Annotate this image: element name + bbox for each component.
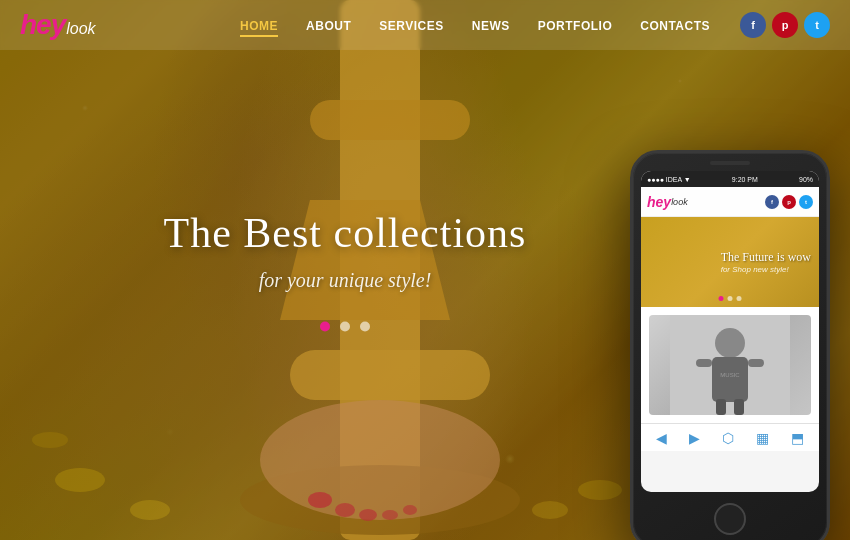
svg-point-0 (55, 468, 105, 492)
pinterest-icon[interactable]: p (772, 12, 798, 38)
phone-hero-text: The Future is wow for Shop new style! (721, 250, 811, 274)
svg-rect-20 (696, 359, 712, 367)
nav-services[interactable]: SERVICES (379, 16, 443, 34)
svg-point-12 (335, 503, 355, 517)
phone-back-icon[interactable]: ◀ (656, 430, 667, 446)
nav-home[interactable]: HOME (240, 16, 278, 34)
phone-person-card: MUSIC (649, 315, 811, 415)
twitter-icon[interactable]: t (804, 12, 830, 38)
phone-hero-section: The Future is wow for Shop new style! (641, 217, 819, 307)
phone-battery: 90% (799, 176, 813, 183)
phone-hero-title: The Future is wow (721, 250, 811, 265)
svg-point-17 (715, 328, 745, 358)
phone-body: ●●●● IDEA ▼ 9:20 PM 90% hey look f p t T… (630, 150, 830, 540)
phone-logo-hey: hey (647, 194, 671, 210)
slider-dots (95, 322, 595, 332)
svg-rect-18 (712, 357, 748, 402)
phone-bottom-bar: ◀ ▶ ⬡ ▦ ⬒ (641, 423, 819, 451)
social-icons: f p t (740, 12, 830, 38)
svg-point-2 (32, 432, 68, 448)
hero-content: The Best collections for your unique sty… (95, 209, 595, 332)
hero-subtitle: for your unique style! (95, 269, 595, 292)
phone-social-icons: f p t (765, 195, 813, 209)
dot-3[interactable] (360, 322, 370, 332)
logo[interactable]: hey look (20, 9, 96, 41)
svg-point-11 (308, 492, 332, 508)
svg-rect-21 (748, 359, 764, 367)
logo-hey: hey (20, 9, 65, 41)
phone-time: 9:20 PM (732, 176, 758, 183)
svg-point-4 (532, 501, 568, 519)
main-nav: hey look HOME ABOUT SERVICES NEWS PORTFO… (0, 0, 850, 50)
nav-links: HOME ABOUT SERVICES NEWS PORTFOLIO CONTA… (240, 16, 710, 34)
nav-portfolio[interactable]: PORTFOLIO (538, 16, 613, 34)
dot-1[interactable] (320, 322, 330, 332)
phone-home-button[interactable] (714, 503, 746, 535)
phone-screen: ●●●● IDEA ▼ 9:20 PM 90% hey look f p t T… (641, 171, 819, 492)
logo-look: look (66, 20, 95, 38)
svg-rect-22 (716, 399, 726, 415)
phone-dot-1[interactable] (719, 296, 724, 301)
phone-fb-icon[interactable]: f (765, 195, 779, 209)
svg-point-15 (403, 505, 417, 515)
nav-contacts[interactable]: CONTACTS (640, 16, 710, 34)
phone-signal: ●●●● IDEA ▼ (647, 176, 691, 183)
phone-forward-icon[interactable]: ▶ (689, 430, 700, 446)
svg-point-3 (578, 480, 622, 500)
person-image: MUSIC (670, 315, 790, 415)
phone-speaker (710, 161, 750, 165)
phone-mockup: ●●●● IDEA ▼ 9:20 PM 90% hey look f p t T… (630, 150, 830, 540)
phone-hero-dots (719, 296, 742, 301)
phone-tw-icon[interactable]: t (799, 195, 813, 209)
svg-point-1 (130, 500, 170, 520)
nav-news[interactable]: NEWS (472, 16, 510, 34)
phone-content: MUSIC (641, 307, 819, 423)
dot-2[interactable] (340, 322, 350, 332)
svg-rect-9 (310, 100, 470, 140)
svg-point-13 (359, 509, 377, 521)
phone-dot-2[interactable] (728, 296, 733, 301)
svg-point-14 (382, 510, 398, 520)
phone-pt-icon[interactable]: p (782, 195, 796, 209)
phone-hero-subtitle: for Shop new style! (721, 265, 811, 274)
svg-rect-8 (290, 350, 490, 400)
phone-logo-look: look (671, 197, 688, 207)
hero-title: The Best collections (95, 209, 595, 257)
phone-share-icon[interactable]: ⬡ (722, 430, 734, 446)
svg-rect-23 (734, 399, 744, 415)
phone-nav: hey look f p t (641, 187, 819, 217)
svg-text:MUSIC: MUSIC (720, 372, 740, 378)
phone-dot-3[interactable] (737, 296, 742, 301)
phone-tabs-icon[interactable]: ▦ (756, 430, 769, 446)
facebook-icon[interactable]: f (740, 12, 766, 38)
phone-bookmarks-icon[interactable]: ⬒ (791, 430, 804, 446)
phone-status-bar: ●●●● IDEA ▼ 9:20 PM 90% (641, 171, 819, 187)
nav-about[interactable]: ABOUT (306, 16, 351, 34)
svg-point-10 (260, 400, 500, 520)
